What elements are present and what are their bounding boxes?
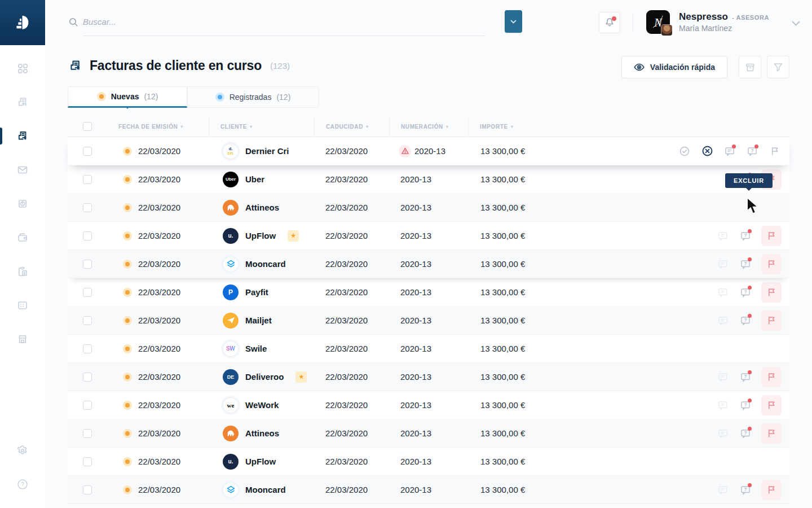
select-all-checkbox[interactable] xyxy=(83,122,92,131)
validate-icon[interactable] xyxy=(678,144,691,158)
flag-button[interactable] xyxy=(761,367,782,387)
due-date: 22/03/2020 xyxy=(325,287,368,297)
status-dot-new xyxy=(123,401,132,410)
column-header-cliente[interactable]: CLIENTE▾ xyxy=(209,116,314,137)
account-menu[interactable]: N Nespresso - ASESORA María Martínez xyxy=(646,10,769,34)
table-row[interactable]: 22/03/2020 P Payfit 22/03/2020 2020-13 1… xyxy=(68,278,789,306)
row-checkbox[interactable] xyxy=(83,429,92,438)
row-checkbox[interactable] xyxy=(83,288,92,297)
table-row[interactable]: 22/03/2020 u. UpFlow 22/03/2020 2020-13 … xyxy=(68,448,789,476)
question-icon[interactable]: ? xyxy=(739,314,752,327)
note-icon[interactable] xyxy=(716,398,730,412)
table-row[interactable]: 22/03/2020 Attineos 22/03/2020 2020-13 1… xyxy=(68,194,789,222)
note-icon[interactable] xyxy=(716,286,730,299)
row-checkbox[interactable] xyxy=(83,231,92,240)
row-checkbox[interactable] xyxy=(83,175,92,184)
question-icon[interactable]: ? xyxy=(739,370,752,384)
row-checkbox[interactable] xyxy=(83,316,92,325)
tab-nuevas[interactable]: Nuevas (12) xyxy=(68,86,187,108)
numeration: 2020-13 xyxy=(400,485,431,494)
column-header-fecha[interactable]: FECHA DE EMISIÓN▾ xyxy=(107,116,209,137)
store-icon xyxy=(16,333,29,345)
flag-button[interactable] xyxy=(761,395,782,415)
column-header-importe[interactable]: IMPORTE▾ xyxy=(468,116,530,137)
sidebar-item-table[interactable] xyxy=(0,288,45,322)
note-icon[interactable] xyxy=(716,314,730,327)
status-dot-new xyxy=(123,203,132,212)
amount: 13 300,00 € xyxy=(480,400,525,410)
sidebar-item-supplier-invoices[interactable] xyxy=(0,85,45,119)
sidebar-item-accounting[interactable] xyxy=(0,255,45,288)
row-checkbox[interactable] xyxy=(83,260,92,269)
column-header-caducidad[interactable]: CADUCIDAD▾ xyxy=(314,116,389,137)
flag-button[interactable] xyxy=(761,254,782,274)
add-button[interactable]: Añadir xyxy=(505,10,522,33)
wallet-icon xyxy=(16,231,29,244)
sidebar-item-dashboard[interactable] xyxy=(0,51,45,85)
note-icon[interactable] xyxy=(716,427,730,440)
table-row[interactable]: 22/03/2020 Attineos 22/03/2020 2020-13 1… xyxy=(68,419,789,448)
table-row[interactable]: 22/03/2020 Mooncard 22/03/2020 2020-13 1… xyxy=(68,250,789,278)
table-row[interactable]: 22/03/2020 Mooncard 22/03/2020 2020-13 1… xyxy=(68,476,789,504)
table-row[interactable]: 22/03/2020 u. UpFlow ★ 22/03/2020 2020-1… xyxy=(68,222,789,250)
due-date: 22/03/2020 xyxy=(325,259,368,269)
flag-button[interactable] xyxy=(761,282,782,303)
flag-icon[interactable] xyxy=(768,144,782,158)
row-checkbox[interactable] xyxy=(83,373,92,382)
question-icon[interactable]: ? xyxy=(739,257,752,271)
row-checkbox[interactable] xyxy=(83,147,92,156)
question-icon[interactable]: ? xyxy=(739,398,752,412)
invoices-table: FECHA DE EMISIÓN▾ CLIENTE▾ CADUCIDAD▾ NU… xyxy=(68,116,789,504)
exclude-icon[interactable] xyxy=(700,144,714,158)
svg-text:?: ? xyxy=(744,317,747,323)
account-chevron[interactable] xyxy=(792,18,800,28)
notifications-button[interactable] xyxy=(599,12,620,33)
flag-button[interactable] xyxy=(761,423,782,444)
sidebar-item-cash-register[interactable]: € xyxy=(0,187,45,221)
question-badge xyxy=(748,229,752,233)
flag-button[interactable] xyxy=(761,480,782,500)
table-row[interactable]: 22/03/2020 Mailjet 22/03/2020 2020-13 13… xyxy=(68,306,789,335)
amount: 13 300,00 € xyxy=(480,485,525,494)
row-checkbox[interactable] xyxy=(83,457,92,466)
emission-date: 22/03/2020 xyxy=(138,146,180,156)
table-row[interactable]: 22/03/2020 d.cri. Dernier Cri 22/03/2020… xyxy=(68,137,789,165)
question-icon[interactable]: ? xyxy=(745,144,759,158)
table-row[interactable]: 22/03/2020 Uber Uber 22/03/2020 2020-13 … xyxy=(68,165,789,194)
sidebar-item-mail[interactable] xyxy=(0,153,45,187)
table-row[interactable]: 22/03/2020 DE Deliveroo ★ 22/03/2020 202… xyxy=(68,363,789,391)
flag-button[interactable] xyxy=(761,310,782,331)
search-input[interactable] xyxy=(83,16,485,36)
note-icon[interactable] xyxy=(723,144,736,158)
flag-button[interactable] xyxy=(761,226,782,246)
amount: 13 300,00 € xyxy=(480,372,525,382)
row-checkbox[interactable] xyxy=(83,401,92,410)
question-icon[interactable]: ? xyxy=(739,483,752,497)
row-checkbox[interactable] xyxy=(83,485,92,494)
sidebar-item-store[interactable] xyxy=(0,322,45,356)
sidebar-item-help[interactable]: ? xyxy=(0,467,45,501)
sidebar-item-settings[interactable] xyxy=(0,433,45,467)
tab-registradas[interactable]: Registradas (12) xyxy=(187,86,319,108)
sidebar-item-wallet[interactable] xyxy=(0,221,45,255)
app-logo[interactable] xyxy=(0,0,45,45)
question-icon[interactable]: ? xyxy=(739,229,752,243)
table-row[interactable]: 22/03/2020 we WeWork 22/03/2020 2020-13 … xyxy=(68,391,789,419)
topbar-divider xyxy=(633,14,633,31)
note-icon[interactable] xyxy=(716,229,730,243)
filter-button[interactable] xyxy=(767,56,789,78)
quick-validation-button[interactable]: Validación rápida xyxy=(621,56,727,78)
row-checkbox[interactable] xyxy=(83,203,92,212)
row-checkbox[interactable] xyxy=(83,344,92,353)
note-icon[interactable] xyxy=(716,483,730,497)
question-icon[interactable]: ? xyxy=(739,286,752,299)
add-button-dropdown[interactable] xyxy=(505,10,522,33)
table-row[interactable]: 22/03/2020 SW Swile 22/03/2020 2020-13 1… xyxy=(68,335,789,363)
note-icon[interactable] xyxy=(716,370,730,384)
question-icon[interactable]: ? xyxy=(739,427,752,440)
note-icon[interactable] xyxy=(716,257,730,271)
sidebar-item-customer-invoices[interactable] xyxy=(0,119,45,153)
table-icon xyxy=(16,299,29,312)
column-header-numeracion[interactable]: NUMERACIÓN▾ xyxy=(389,116,468,137)
archive-button[interactable] xyxy=(739,56,761,78)
